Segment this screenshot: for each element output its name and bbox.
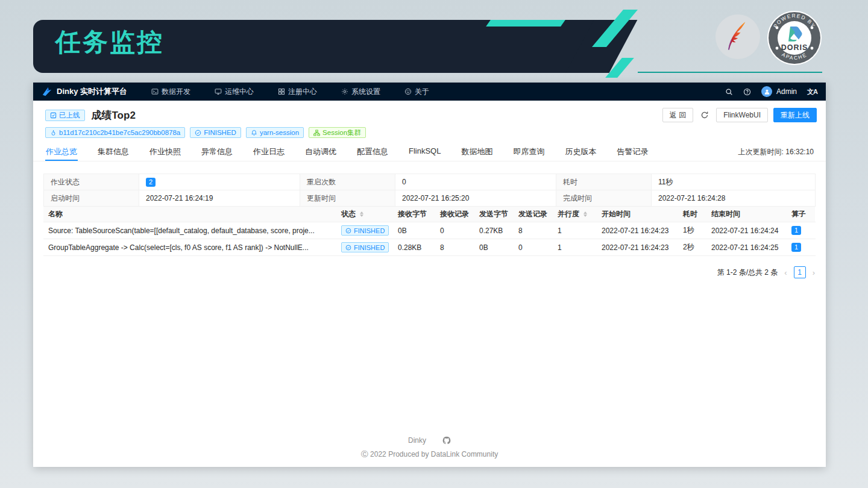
info-value-start-time: 2022-07-21 16:24:19: [139, 190, 300, 207]
session-cluster-tag: Session集群: [309, 127, 366, 138]
sort-carets[interactable]: [583, 211, 587, 217]
flink-webui-button[interactable]: FlinkWebUI: [716, 108, 768, 122]
pagination: 第 1-2 条/总共 2 条 ‹ 1 ›: [43, 256, 816, 289]
app-brand-title: Dinky 实时计算平台: [57, 86, 127, 97]
doris-wordmark: DORIS: [781, 43, 808, 52]
help-icon[interactable]: [743, 88, 751, 96]
cell-operators: 1: [787, 222, 815, 239]
status-label: FINISHED: [354, 244, 385, 251]
bell-icon: [251, 130, 257, 136]
operator-count-badge: 1: [791, 226, 801, 235]
info-value-update-time: 2022-07-21 16:25:20: [395, 190, 556, 207]
prev-page-icon[interactable]: ‹: [784, 268, 787, 277]
monitor-icon: [215, 88, 222, 95]
info-value-job-status: 2: [139, 174, 300, 190]
tab-job-snapshot[interactable]: 作业快照: [149, 143, 181, 161]
cell-duration: 2秒: [678, 239, 706, 255]
back-button[interactable]: 返 回: [662, 108, 693, 122]
job-overview-content: 作业状态 2 重启次数 0 耗时 11秒 启动时间 2022-07-21 16:…: [33, 161, 826, 289]
tab-exception-info[interactable]: 异常信息: [201, 143, 233, 161]
tab-data-map[interactable]: 数据地图: [461, 143, 493, 161]
col-header-records-out: 发送记录: [514, 207, 553, 222]
status-badge: FINISHED: [341, 242, 389, 252]
last-update-value: 16:32:10: [785, 148, 814, 156]
nav-item-about[interactable]: 关于: [404, 87, 429, 97]
slide: 任务监控 DORIS: [0, 0, 868, 488]
teal-notch-decoration: [486, 20, 565, 27]
cell-start-time: 2022-07-21 16:24:23: [597, 239, 678, 255]
col-header-status: 状态: [336, 207, 393, 222]
col-header-name: 名称: [43, 207, 336, 222]
footer-copyright: Ⓒ 2022 Produced by DataLink Community: [33, 449, 826, 460]
tab-adhoc-query[interactable]: 即席查询: [512, 143, 545, 161]
refresh-button[interactable]: [699, 108, 711, 122]
page-header-actions: 返 回 FlinkWebUI 重新上线: [662, 108, 817, 122]
tab-auto-tuning[interactable]: 自动调优: [304, 143, 337, 161]
table-row: Source: TableSourceScan(table=[[default_…: [43, 222, 816, 239]
tab-history-version[interactable]: 历史版本: [564, 143, 597, 161]
cell-parallelism: 1: [553, 239, 597, 255]
col-header-bytes-in: 接收字节: [393, 207, 435, 222]
tab-flinksql[interactable]: FlinkSQL: [408, 143, 441, 161]
tab-alert-records[interactable]: 告警记录: [616, 143, 649, 161]
republish-button[interactable]: 重新上线: [773, 108, 817, 122]
info-value-restart-count: 0: [395, 174, 556, 190]
cell-status: FINISHED: [336, 239, 393, 255]
status-badge: FINISHED: [341, 225, 389, 236]
col-header-operators: 算子: [787, 207, 815, 222]
job-id-tag: b11d17c210c2b41be7c5ac290bb0878a: [45, 127, 185, 138]
cell-end-time: 2022-07-21 16:24:24: [706, 222, 787, 239]
app-grid-icon: [278, 88, 285, 95]
tab-config-info[interactable]: 配置信息: [356, 143, 389, 161]
cell-parallelism: 1: [553, 222, 597, 239]
info-label: 作业状态: [44, 174, 139, 190]
tab-job-logs[interactable]: 作业日志: [253, 143, 285, 161]
page-header: 已上线 成绩Top2 返 回 FlinkWebUI 重新上线: [33, 101, 826, 124]
cell-name: GroupTableAggregate -> Calc(select=[cls,…: [43, 239, 336, 255]
nav-item-data-dev[interactable]: 数据开发: [151, 87, 190, 97]
footer-brand: Dinky: [408, 436, 426, 445]
cell-bytes-in: 0.28KB: [393, 239, 435, 255]
published-status-label: 已上线: [59, 111, 80, 120]
language-icon[interactable]: 文A: [807, 87, 817, 96]
nav-menu: 数据开发 运维中心 注册中心: [151, 87, 429, 97]
nav-item-settings[interactable]: 系统设置: [341, 87, 380, 97]
cluster-icon: [313, 130, 320, 136]
github-icon[interactable]: [442, 436, 451, 445]
job-id-label: b11d17c210c2b41be7c5ac290bb0878a: [59, 129, 180, 136]
table-header-row: 名称 状态 接收字节 接收记录 发送字节 发送记录 并行度 开始时间 耗时: [43, 207, 816, 222]
nav-item-label: 注册中心: [288, 87, 317, 97]
nav-item-ops-center[interactable]: 运维中心: [215, 87, 254, 97]
footer-brand-row: Dinky: [33, 436, 826, 445]
yarn-session-label: yarn-session: [260, 129, 299, 136]
cell-bytes-out: 0.27KB: [474, 222, 514, 239]
info-label: 耗时: [556, 174, 652, 190]
user-name[interactable]: Admin: [776, 87, 797, 96]
status-label: FINISHED: [354, 227, 385, 234]
tab-job-overview[interactable]: 作业总览: [45, 143, 78, 161]
info-label: 重启次数: [300, 174, 395, 190]
last-update-label: 上次更新时间:: [738, 148, 784, 156]
tabs-bar: 作业总览 集群信息 作业快照 异常信息 作业日志 自动调优 配置信息 Flink…: [33, 143, 826, 161]
top-navbar: Dinky 实时计算平台 数据开发 运维中心: [33, 83, 826, 101]
sort-carets[interactable]: [360, 211, 363, 217]
finished-tag: FINISHED: [190, 127, 241, 138]
app-footer: Dinky Ⓒ 2022 Produced by DataLink Commun…: [33, 436, 826, 460]
search-icon[interactable]: [725, 88, 733, 96]
avatar[interactable]: [761, 86, 772, 97]
smile-icon: [404, 88, 412, 95]
cell-records-in: 0: [435, 222, 474, 239]
check-square-icon: [50, 112, 57, 119]
col-header-status-label: 状态: [341, 209, 356, 219]
tab-cluster-info[interactable]: 集群信息: [97, 143, 130, 161]
page-number-1[interactable]: 1: [794, 266, 806, 278]
cell-bytes-out: 0B: [474, 239, 514, 255]
nav-item-register-center[interactable]: 注册中心: [278, 87, 317, 97]
doris-badge-logo: DORIS POWERED BY APACHE: [767, 10, 822, 66]
nav-item-label: 运维中心: [225, 87, 254, 97]
nav-item-label: 关于: [415, 87, 429, 97]
dinky-app-window: Dinky 实时计算平台 数据开发 运维中心: [33, 83, 826, 467]
published-status-tag: 已上线: [45, 110, 85, 121]
last-update-time: 上次更新时间: 16:32:10: [738, 147, 814, 157]
next-page-icon[interactable]: ›: [813, 268, 815, 277]
